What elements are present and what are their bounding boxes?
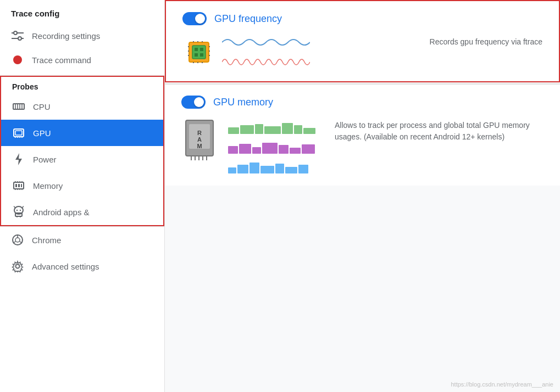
svg-rect-43: [192, 46, 206, 59]
advanced-settings-label: Advanced settings: [32, 262, 99, 271]
record-icon: [11, 53, 24, 66]
chrome-label: Chrome: [32, 236, 61, 245]
svg-rect-44: [195, 48, 198, 51]
gear-icon: [11, 260, 24, 273]
gpu-icon: [12, 126, 25, 139]
power-icon: [12, 153, 25, 166]
sidebar-item-trace-command[interactable]: Trace command: [0, 48, 164, 72]
svg-point-30: [20, 210, 21, 211]
sidebar: Trace config Recording settings Trace co…: [0, 0, 165, 392]
svg-point-1: [14, 31, 17, 35]
trace-config-header: Trace config: [0, 0, 164, 24]
svg-marker-15: [15, 153, 22, 165]
svg-rect-90: [298, 165, 308, 173]
svg-rect-80: [262, 143, 278, 154]
svg-text:R: R: [197, 130, 202, 136]
recording-settings-label: Recording settings: [32, 31, 100, 41]
svg-rect-79: [252, 147, 261, 154]
svg-rect-10: [15, 131, 22, 135]
probes-header: Probes: [1, 77, 163, 93]
svg-rect-89: [285, 167, 297, 173]
gpu-frequency-section: GPU frequency: [165, 0, 560, 82]
sidebar-item-memory[interactable]: Memory: [1, 172, 163, 199]
svg-rect-76: [303, 128, 315, 134]
svg-rect-77: [228, 146, 238, 154]
svg-rect-82: [290, 148, 301, 154]
svg-rect-81: [279, 145, 289, 154]
svg-rect-47: [200, 53, 203, 57]
cpu-label: CPU: [33, 102, 51, 111]
gpu-mem-toggle[interactable]: [181, 96, 206, 109]
svg-point-37: [15, 238, 20, 242]
svg-rect-45: [200, 48, 203, 51]
svg-rect-83: [302, 144, 315, 154]
svg-point-29: [16, 210, 18, 211]
svg-rect-84: [228, 167, 236, 173]
svg-rect-4: [13, 104, 24, 109]
svg-point-41: [16, 265, 20, 268]
svg-rect-85: [237, 165, 248, 173]
gpu-freq-toggle[interactable]: [182, 12, 207, 25]
bottom-items: Chrome Advanced settings: [0, 226, 164, 279]
memory-icon: [12, 179, 25, 192]
svg-rect-86: [249, 163, 259, 173]
sidebar-item-chrome[interactable]: Chrome: [0, 227, 164, 253]
svg-line-32: [22, 206, 24, 208]
gpu-freq-illustration: [182, 34, 310, 70]
svg-rect-74: [282, 123, 293, 134]
android-icon: [12, 205, 25, 219]
gpu-freq-label: GPU frequency: [214, 13, 282, 25]
gpu-freq-toggle-row: GPU frequency: [182, 12, 542, 25]
chrome-icon: [11, 233, 24, 247]
android-label: Android apps &: [33, 208, 90, 217]
probes-section: Probes CPU: [0, 76, 164, 226]
gpu-mem-label: GPU memory: [213, 97, 273, 108]
svg-rect-17: [15, 184, 17, 187]
svg-point-3: [18, 37, 21, 40]
sidebar-item-advanced-settings[interactable]: Advanced settings: [0, 253, 164, 279]
svg-rect-72: [255, 124, 263, 134]
main-content: GPU frequency: [165, 0, 560, 392]
svg-rect-19: [21, 184, 22, 187]
gpu-label: GPU: [33, 128, 51, 138]
cpu-chip-icon: [182, 36, 215, 69]
gpu-mem-toggle-row: GPU memory: [181, 96, 544, 109]
sliders-icon: [11, 29, 24, 42]
memory-bars: [228, 120, 316, 175]
memory-label: Memory: [33, 181, 63, 191]
gpu-mem-content: R A M: [181, 117, 544, 175]
svg-rect-70: [228, 127, 239, 134]
gpu-memory-section: GPU memory R A M: [165, 85, 560, 186]
sidebar-item-cpu[interactable]: CPU: [1, 93, 163, 120]
watermark: https://blog.csdn.net/mydream___anie: [451, 381, 553, 388]
svg-rect-75: [294, 125, 302, 134]
svg-rect-73: [264, 126, 281, 134]
sidebar-item-android[interactable]: Android apps &: [1, 199, 163, 225]
ram-chip-icon: R A M: [181, 117, 217, 164]
svg-rect-88: [275, 164, 284, 173]
svg-rect-71: [240, 125, 254, 134]
svg-text:M: M: [197, 143, 202, 149]
svg-line-31: [14, 206, 16, 208]
svg-text:A: A: [197, 136, 202, 143]
cpu-icon: [12, 100, 25, 113]
svg-rect-18: [18, 184, 20, 187]
svg-rect-46: [195, 53, 198, 57]
svg-rect-78: [239, 144, 251, 154]
trace-command-label: Trace command: [32, 55, 91, 65]
gpu-freq-description: Records gpu frequency via ftrace: [430, 34, 542, 48]
sidebar-item-power[interactable]: Power: [1, 146, 163, 172]
gpu-mem-description: Allows to track per process and global t…: [335, 117, 544, 143]
sidebar-item-gpu[interactable]: GPU: [1, 120, 163, 146]
sidebar-item-recording-settings[interactable]: Recording settings: [0, 24, 164, 48]
svg-rect-87: [260, 166, 274, 173]
waves-illustration: [222, 34, 310, 70]
power-label: Power: [33, 155, 57, 164]
